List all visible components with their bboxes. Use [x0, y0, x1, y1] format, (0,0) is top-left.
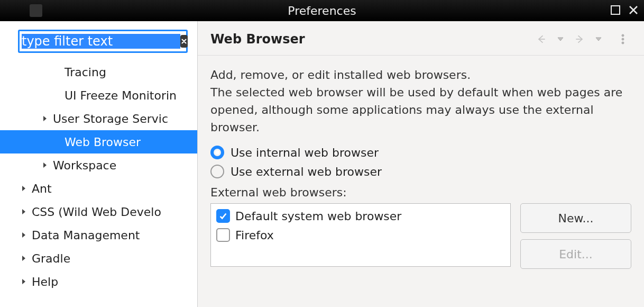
tree-item-label: Web Browser — [62, 136, 141, 149]
tree-item-label: Ant — [30, 182, 52, 195]
tree-item[interactable]: CSS (Wild Web Develo — [0, 200, 197, 223]
browser-row[interactable]: Firefox — [216, 228, 505, 242]
tree-item[interactable]: Workspace — [0, 154, 197, 177]
tree-item[interactable]: Help — [0, 270, 197, 293]
radio-external-control[interactable] — [210, 165, 224, 178]
radio-external-label: Use external web browser — [231, 165, 382, 178]
window-title: Preferences — [0, 4, 644, 17]
external-browsers-label: External web browsers: — [210, 186, 631, 199]
preference-tree: TracingUI Freeze MonitorinUser Storage S… — [0, 58, 197, 307]
forward-icon[interactable] — [573, 33, 586, 46]
page-description: Add, remove, or edit installed web brows… — [210, 66, 623, 136]
back-dropdown-icon[interactable] — [554, 33, 567, 46]
menu-icon[interactable] — [617, 33, 629, 46]
back-icon[interactable] — [535, 33, 548, 46]
expand-arrow-icon[interactable] — [39, 115, 51, 122]
tree-item[interactable]: Data Management — [0, 223, 197, 247]
maximize-icon[interactable] — [610, 5, 621, 15]
preferences-window: Preferences TracingUI Freeze MonitorinUs… — [0, 0, 644, 307]
tree-item-label: Help — [30, 275, 58, 288]
expand-arrow-icon[interactable] — [39, 162, 51, 168]
forward-dropdown-icon[interactable] — [592, 33, 605, 46]
external-browsers-list[interactable]: Default system web browserFirefox — [210, 203, 511, 267]
tree-item[interactable]: Web Browser — [0, 130, 197, 154]
close-icon[interactable] — [628, 5, 639, 15]
expand-arrow-icon[interactable] — [18, 278, 30, 285]
tree-item[interactable]: Tracing — [0, 60, 197, 84]
radio-internal-label: Use internal web browser — [231, 146, 379, 159]
filter-box — [18, 30, 188, 53]
browser-label: Default system web browser — [235, 210, 401, 223]
titlebar: Preferences — [0, 0, 644, 21]
expand-arrow-icon[interactable] — [18, 185, 30, 192]
tree-item[interactable]: UI Freeze Monitorin — [0, 84, 197, 107]
page-title: Web Browser — [210, 32, 535, 47]
new-button[interactable]: New... — [520, 203, 631, 233]
clear-filter-icon[interactable] — [180, 35, 188, 48]
browser-checkbox[interactable] — [216, 228, 230, 242]
tree-item[interactable]: Ant — [0, 177, 197, 200]
expand-arrow-icon[interactable] — [18, 209, 30, 215]
tree-item[interactable]: Gradle — [0, 247, 197, 270]
radio-internal[interactable]: Use internal web browser — [210, 146, 631, 159]
expand-arrow-icon[interactable] — [18, 232, 30, 238]
new-button-label: New... — [558, 212, 594, 225]
radio-internal-control[interactable] — [210, 146, 224, 159]
svg-point-2 — [622, 38, 624, 40]
svg-point-3 — [622, 42, 624, 44]
tree-item-label: User Storage Servic — [51, 112, 168, 125]
expand-arrow-icon[interactable] — [18, 255, 30, 261]
browser-row[interactable]: Default system web browser — [216, 209, 505, 223]
browser-label: Firefox — [235, 229, 274, 242]
tree-item-label: Workspace — [51, 159, 116, 172]
tree-item-label: Data Management — [30, 229, 140, 242]
filter-input[interactable] — [22, 34, 180, 49]
edit-button[interactable]: Edit... — [520, 239, 631, 269]
content-panel: Web Browser — [198, 21, 644, 307]
app-icon — [30, 4, 42, 17]
tree-item-label: CSS (Wild Web Develo — [30, 205, 161, 219]
edit-button-label: Edit... — [559, 248, 593, 261]
tree-item[interactable]: User Storage Servic — [0, 107, 197, 130]
svg-point-1 — [622, 34, 624, 37]
radio-external[interactable]: Use external web browser — [210, 165, 631, 178]
svg-rect-0 — [611, 6, 620, 14]
tree-item-label: Tracing — [62, 66, 106, 79]
tree-item-label: UI Freeze Monitorin — [62, 89, 177, 102]
tree-item-label: Gradle — [30, 252, 70, 265]
sidebar: TracingUI Freeze MonitorinUser Storage S… — [0, 21, 198, 307]
browser-checkbox[interactable] — [216, 209, 230, 223]
